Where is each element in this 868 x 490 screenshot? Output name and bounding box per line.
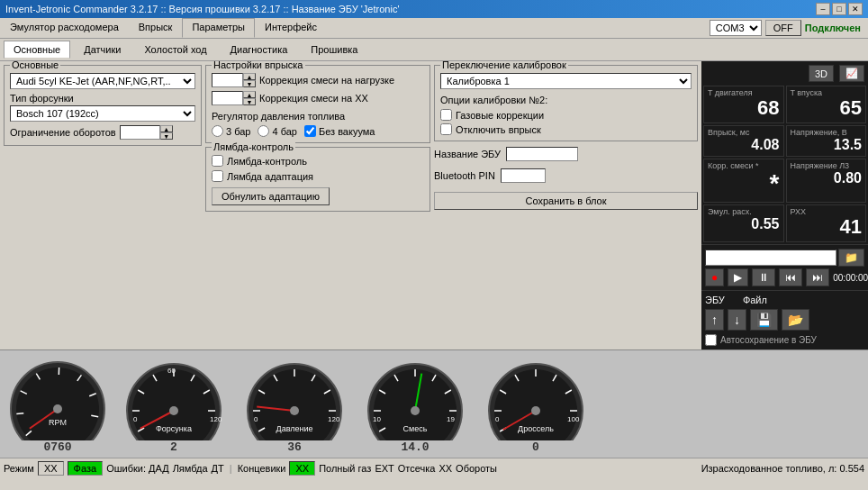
prev-button[interactable]: ⏮ (779, 268, 802, 286)
checkbox-lambda-control[interactable]: Лямбда-контроль (212, 155, 424, 167)
throttle-value: 0 (532, 440, 539, 454)
dg-mix-corr: Корр. смеси * * (703, 159, 784, 203)
svg-text:0: 0 (495, 415, 500, 423)
tab-kholostoy[interactable]: Холостой ход (134, 41, 216, 59)
pause-button[interactable]: ⏸ (752, 268, 775, 286)
svg-point-11 (53, 404, 62, 413)
digital-gauges: T двигателя 68 T впуска 65 Впрыск, мс 4.… (701, 84, 868, 244)
calib-title: Переключение калибровок (440, 61, 568, 70)
checkbox-novacuum[interactable]: Без вакуума (304, 125, 375, 137)
calibration-select[interactable]: Калибровка 1 (440, 73, 692, 89)
save-file-button[interactable]: 💾 (750, 309, 778, 331)
tab-osnovnye[interactable]: Основные (4, 41, 70, 59)
tab-diagnostika[interactable]: Диагностика (221, 41, 298, 59)
play-button[interactable]: ▶ (728, 268, 748, 286)
recording-path-input[interactable] (705, 250, 836, 266)
btn-3d[interactable]: 3D (809, 65, 834, 82)
cutoff-value: ХХ (439, 463, 452, 474)
svg-text:120: 120 (328, 415, 340, 423)
svg-point-42 (290, 406, 299, 415)
minimize-button[interactable]: – (816, 3, 830, 15)
menu-inject[interactable]: Впрыск (129, 18, 183, 38)
next-button[interactable]: ⏭ (806, 268, 829, 286)
dg-inject-ms: Впрыск, мс 4.08 (703, 125, 784, 157)
btn-chart[interactable]: 📈 (839, 65, 864, 82)
bt-pin-input[interactable]: 0000 (501, 168, 546, 183)
svg-text:Давление: Давление (276, 424, 313, 433)
open-file-button[interactable]: 📂 (782, 309, 809, 331)
app-title: Invent-Jetronic Commander 3.2.17 :: Верс… (5, 4, 400, 14)
menu-emulator[interactable]: Эмулятор расходомера (0, 18, 129, 38)
autosave-checkbox[interactable] (705, 334, 717, 346)
folder-button[interactable]: 📁 (838, 249, 864, 267)
svg-text:Смесь: Смесь (403, 424, 428, 433)
rpm-status-label: Обороты (456, 463, 497, 474)
mix-load-input[interactable]: 0 (212, 73, 243, 87)
file-section-label: Файл (743, 295, 767, 305)
limit-value: ХХ (289, 461, 315, 476)
gauge-rpm: RPM 0760 (4, 355, 112, 454)
ecu-name-label: Название ЭБУ (434, 149, 501, 159)
menu-interface[interactable]: Интерфейс (255, 18, 327, 38)
rpm-limit-input[interactable]: 7006 (120, 125, 160, 140)
svg-text:100: 100 (567, 415, 580, 423)
radio-3bar[interactable]: 3 бар (212, 125, 250, 137)
limit-label: Концевики (238, 463, 286, 474)
errors-label: Ошибки: ДАД (106, 463, 169, 474)
mix-load-label: Коррекция смеси на нагрузке (259, 75, 394, 86)
column-calibration: Переключение калибровок Калибровка 1 Опц… (434, 65, 698, 346)
options-title: Опции калибровки №2: (440, 95, 692, 105)
radio-4bar[interactable]: 4 бар (258, 125, 296, 137)
mix-load-down[interactable]: ▼ (243, 80, 256, 87)
off-button[interactable]: OFF (765, 20, 801, 36)
record-button[interactable]: ● (705, 268, 724, 286)
bt-pin-label: Bluetooth PIN (434, 170, 495, 181)
lambda-group-title: Лямбда-контроль (212, 141, 295, 152)
ecu-section-label: ЭБУ (705, 295, 725, 305)
svg-point-72 (531, 406, 540, 415)
upload-to-ecu-button[interactable]: ↑ (705, 309, 724, 331)
fullgas-label: Полный газ (319, 463, 371, 474)
menu-params[interactable]: Параметры (182, 18, 255, 38)
tab-proshivka[interactable]: Прошивка (301, 41, 367, 59)
svg-text:10: 10 (373, 415, 381, 423)
close-button[interactable]: ✕ (848, 3, 863, 15)
fullgas-value: EXT (375, 463, 393, 474)
svg-text:0: 0 (133, 415, 138, 423)
maximize-button[interactable]: □ (832, 3, 846, 15)
dg-voltage-l3: Напряжение Л3 0.80 (786, 159, 867, 203)
mix-xx-up[interactable]: ▲ (243, 91, 256, 98)
rpm-limit-up[interactable]: ▲ (160, 125, 173, 132)
rpm-limit-down[interactable]: ▼ (160, 132, 173, 140)
dg-t-inlet: T впуска 65 (786, 86, 867, 123)
group-title-main: Основные (10, 61, 60, 70)
checkbox-lambda-adapt[interactable]: Лямбда адаптация (212, 170, 424, 182)
gauge-pressure: 0 120 Давление 36 (236, 355, 353, 454)
dg-voltage: Напряжение, В 13.5 (786, 125, 867, 157)
mix-xx-input[interactable]: 0 (212, 91, 243, 105)
svg-point-27 (169, 406, 178, 415)
autosave-label: Автосохранение в ЭБУ (720, 335, 817, 345)
checkbox-gas-correction[interactable]: Газовые коррекции (440, 109, 692, 121)
connection-status: Подключен (805, 23, 861, 33)
tab-datchiki[interactable]: Датчики (74, 41, 131, 59)
ecu-name-input[interactable]: Jetronic (506, 147, 578, 161)
svg-text:0: 0 (254, 415, 258, 423)
dg-emul: Эмул. расх. 0.55 (703, 204, 784, 242)
engine-type-select[interactable]: Audi 5cyl KE-Jet (AAR,NF,NG,RT,.. (10, 73, 195, 89)
svg-point-57 (411, 406, 420, 415)
checkbox-disable-inject[interactable]: Отключить впрыск (440, 123, 692, 135)
gauge-mixture: 10 19 Смесь 14.0 (357, 355, 474, 454)
column-main: Основные Audi 5cyl KE-Jet (AAR,NF,NG,RT,… (4, 65, 202, 346)
save-to-block-button[interactable]: Сохранить в блок (434, 192, 698, 210)
mix-load-up[interactable]: ▲ (243, 73, 256, 80)
ecu-file-section: ЭБУ Файл ↑ ↓ 💾 📂 Автосохранение в ЭБУ (701, 290, 868, 349)
reset-adapt-button[interactable]: Обнулить адаптацию (212, 187, 330, 205)
injector-type-select[interactable]: Bosch 107 (192cc) (10, 105, 195, 122)
analog-gauges-section: RPM 0760 0 120 60 Форсун (0, 349, 868, 458)
download-from-ecu-button[interactable]: ↓ (728, 309, 746, 331)
mixture-value: 14.0 (401, 440, 429, 454)
mix-xx-down[interactable]: ▼ (243, 98, 256, 105)
dg-rxx: РХХ 41 (786, 204, 867, 242)
com-port-select[interactable]: COM3 (710, 20, 762, 36)
